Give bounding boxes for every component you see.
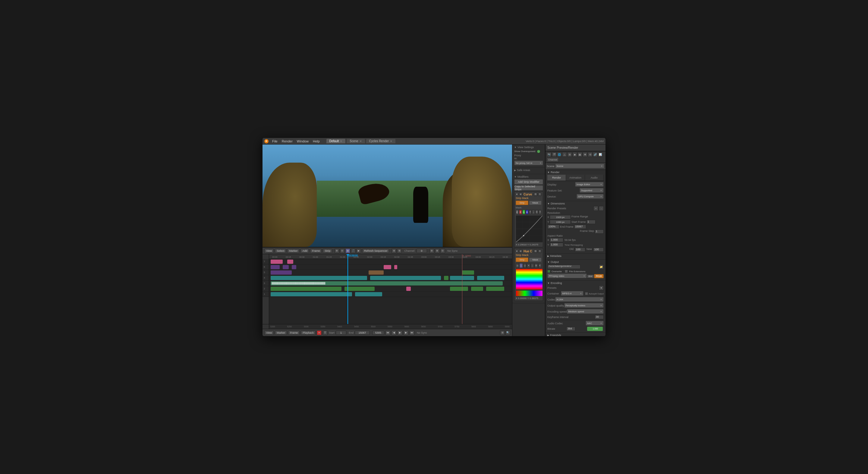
codec-dropdown[interactable]: H.264 ▼ (555, 297, 604, 302)
curve-collapse-icon[interactable]: ▼ (516, 193, 518, 196)
track-4[interactable] (269, 275, 512, 281)
clip-1-2[interactable] (355, 292, 382, 296)
dimensions-title[interactable]: ▼ Dimensions (547, 202, 604, 205)
curve-tool-2[interactable]: ○ (532, 210, 535, 214)
scene-dropdown[interactable]: Scene ▼ (555, 164, 604, 168)
seq-icon-4[interactable]: 🎵 (351, 248, 355, 253)
render-icon-data[interactable]: 📊 (598, 152, 603, 157)
seq-icon-6[interactable]: ⊞ (392, 248, 396, 253)
clip-4-1[interactable] (271, 276, 367, 280)
seq-icon-10[interactable]: ⊟ (440, 248, 445, 253)
play-btn[interactable]: ▶ (398, 330, 402, 335)
render-icon-mod[interactable]: ⊞ (567, 152, 572, 157)
channel-input[interactable]: 0 (416, 249, 427, 253)
curve-tool-3[interactable]: ⊞ (535, 210, 538, 214)
clip-6-3[interactable] (292, 265, 296, 269)
freestyle-title[interactable]: ▶ Freestyle (547, 334, 604, 336)
preset-remove-btn[interactable]: - (599, 206, 604, 211)
clip-2-2[interactable] (344, 287, 375, 291)
transport-mode-btn[interactable]: ☰ (323, 330, 328, 335)
tab-scene[interactable]: Scene ✕ (347, 139, 365, 143)
playhead[interactable]: 01:28+30 (347, 254, 348, 324)
transport-marker[interactable]: Marker (275, 331, 287, 335)
render-icon-mat[interactable]: ◆ (572, 152, 577, 157)
clip-4-5[interactable] (477, 276, 504, 280)
device-dropdown[interactable]: GPU Compute ▼ (577, 194, 604, 199)
transport-frame[interactable]: Frame (288, 331, 300, 335)
clip-2-5[interactable] (471, 287, 483, 291)
channel-g-btn[interactable]: G (522, 210, 525, 214)
next-frame-btn[interactable]: ▶ (404, 330, 408, 335)
render-icon-con[interactable]: 🔗 (593, 152, 598, 157)
aspect-x-input[interactable]: 1.000 (550, 238, 563, 242)
scale-input[interactable]: 100% (547, 225, 559, 229)
audio-codec-dropdown[interactable]: AAC ▼ (586, 321, 604, 326)
hue-copy-btn[interactable]: ⊞ (534, 249, 537, 253)
display-dropdown[interactable]: Image Editor ▼ (575, 182, 604, 187)
curve-graph[interactable] (516, 215, 543, 242)
render-icon-phys[interactable]: ⚙ (588, 152, 592, 157)
end-frame-field[interactable]: 15067 (574, 225, 586, 229)
clip-7-2[interactable] (287, 260, 293, 264)
menu-file[interactable]: File (270, 139, 279, 144)
clip-2-4[interactable] (450, 287, 468, 291)
prev-frame-btn[interactable]: ◀ (392, 330, 396, 335)
channel-label-btn[interactable]: Channel (547, 157, 559, 162)
keyframe-input[interactable]: 30 (595, 315, 604, 319)
seq-add-btn[interactable]: Add (301, 249, 309, 253)
bitrate-input[interactable]: 384 (566, 327, 575, 331)
format-dropdown[interactable]: FFmpeg video ▼ (547, 273, 587, 278)
channel-r-btn[interactable]: R (519, 210, 522, 214)
old-input[interactable]: 100 (575, 247, 585, 252)
frame-step-field[interactable]: 1 (595, 230, 604, 234)
output-browse-btn[interactable]: 📁 (599, 264, 604, 269)
overwrite-checkbox[interactable] (547, 270, 550, 273)
metadata-title[interactable]: ▶ Metadata (547, 255, 604, 258)
timeline-area[interactable]: 00:00 00:15 00:30 01:00 01:15 01:30 01:4… (269, 254, 512, 324)
curve-visibility-btn[interactable]: 👁 (519, 193, 523, 196)
seq-icon-3[interactable]: ▦ (345, 248, 350, 253)
menu-window[interactable]: Window (295, 139, 310, 144)
seq-frame-btn[interactable]: Frame (310, 249, 321, 253)
clip-6-5[interactable] (394, 265, 397, 269)
seq-icon-9[interactable]: ⊞ (435, 248, 440, 253)
hue-delete-btn[interactable]: ✕ (538, 249, 541, 253)
start-frame-field[interactable]: 1 (587, 220, 595, 224)
hue-tool-1[interactable]: ✦ (527, 263, 530, 268)
hue-mask-tab[interactable]: Mask (529, 258, 541, 262)
clip-2-6[interactable] (486, 287, 504, 291)
hue-strip-tab[interactable]: Strip (516, 258, 528, 262)
hsv-h-btn[interactable]: H (516, 263, 519, 268)
render-icon-world[interactable]: 🌐 (557, 152, 562, 157)
track-3[interactable]: ████████████████████████████████████ (269, 281, 512, 286)
clip-6-1[interactable] (271, 265, 280, 269)
seq-strip-btn[interactable]: Strip (323, 249, 332, 253)
clip-4-2[interactable] (370, 276, 441, 280)
seq-icon-7[interactable]: ⊞ (397, 248, 402, 253)
hue-tool-3[interactable]: ⊞ (534, 263, 538, 268)
end-frame-input[interactable]: 15067 (355, 331, 370, 335)
channel-c-btn[interactable]: C (516, 210, 519, 214)
menu-render[interactable]: Render (280, 139, 294, 144)
hsv-s-btn[interactable]: S (519, 263, 523, 268)
proxy-dropdown[interactable]: No proxy, full re ▼ (514, 161, 543, 165)
preset-add-btn[interactable]: + (593, 206, 598, 211)
clip-6-4[interactable] (384, 265, 391, 269)
curve-close-btn[interactable]: ✕ (538, 210, 541, 214)
jump-end-btn[interactable]: ⏭ (410, 330, 414, 335)
clip-2-3[interactable] (406, 287, 411, 291)
transport-view[interactable]: View (264, 331, 274, 335)
clip-7-1[interactable] (271, 260, 283, 264)
render-icon-scene[interactable]: 🎬 (552, 152, 557, 157)
transport-playback[interactable]: Playback (301, 331, 315, 335)
res-y-input[interactable]: 1080 px (550, 220, 571, 224)
refresh-sequencer-btn[interactable]: Refresh Sequencer (362, 249, 390, 253)
render-icon-tex[interactable]: ▦ (578, 152, 582, 157)
copy-to-selected-btn[interactable]: Copy to Selected Strips (514, 185, 543, 191)
autosplit-checkbox[interactable] (585, 292, 588, 295)
tab-default-close[interactable]: ✕ (340, 140, 342, 143)
curve-strip-tab[interactable]: Strip (516, 201, 528, 205)
seq-marker-btn[interactable]: Marker (287, 249, 299, 253)
seq-view-btn[interactable]: View (264, 249, 274, 253)
start-frame-input[interactable]: 1 (336, 331, 346, 335)
